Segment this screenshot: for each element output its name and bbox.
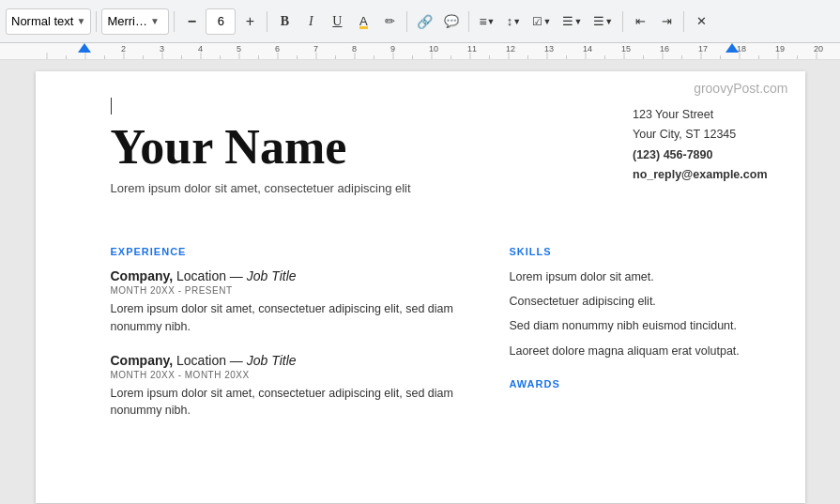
watermark: groovyPost.com [694,81,787,96]
job-2-location: Location — [176,353,247,368]
line-spacing-button[interactable]: ↕ ▼ [501,8,526,35]
resume-body: EXPERIENCE Company, Location — Job Title… [111,246,768,436]
skill-4: Laoreet dolore magna aliquam erat volutp… [510,343,768,359]
skill-1: Lorem ipsum dolor sit amet. [510,268,768,285]
font-arrow-icon: ▼ [150,16,160,26]
style-label: Normal text [11,14,73,28]
skill-3: Sed diam nonummy nibh euismod tincidunt. [510,317,768,334]
skills-section: SKILLS Lorem ipsum dolor sit amet. Conse… [500,246,768,436]
font-color-label: A [359,14,368,28]
numbered-icon: ☰ [593,14,604,28]
divider-4 [406,11,407,32]
link-button[interactable]: 🔗 [412,8,437,35]
divider-1 [96,11,97,32]
comment-button[interactable]: 💬 [439,8,464,35]
contact-line1: 123 Your Street [633,105,768,125]
indent-increase-button[interactable]: ⇥ [654,8,679,35]
style-arrow-icon: ▼ [76,16,85,26]
divider-6 [622,11,623,32]
skills-title: SKILLS [510,246,768,257]
job-2-dates: MONTH 20XX - MONTH 20XX [111,370,472,380]
job-1-location: Location — [176,268,247,283]
skill-2: Consectetuer adipiscing elit. [510,293,768,310]
divider-5 [468,11,469,32]
divider-3 [267,11,267,32]
checklist-icon: ☑ [532,15,542,28]
indent-decrease-button[interactable]: ⇤ [628,8,652,35]
divider-7 [683,11,684,32]
cursor [111,98,112,115]
job-2-desc: Lorem ipsum dolor sit amet, consectetuer… [111,385,472,420]
job-2-company: Company, [111,353,174,368]
font-size-input[interactable] [206,8,236,35]
job-1-title-line: Company, Location — Job Title [111,268,472,283]
job-2-title-line: Company, Location — Job Title [111,353,472,368]
checklist-button[interactable]: ☑ ▼ [527,8,556,35]
document-area[interactable]: groovyPost.com Your Name Lorem ipsum dol… [0,60,840,504]
style-select[interactable]: Normal text ▼ [6,8,91,35]
font-size-decrease-button[interactable]: − [179,8,204,35]
font-size-increase-button[interactable]: + [237,8,262,35]
name-section: Your Name Lorem ipsum dolor sit amet, co… [111,98,411,223]
job-1-dates: MONTH 20XX - PRESENT [111,285,472,296]
contact-block: 123 Your Street Your City, ST 12345 (123… [633,98,768,185]
clear-formatting-button[interactable]: ✕ [689,8,713,35]
toolbar: Normal text ▼ Merri… ▼ − + B I U A ✏ 🔗 💬… [0,0,840,43]
page: groovyPost.com Your Name Lorem ipsum dol… [36,71,805,503]
bullet-icon: ☰ [562,14,573,28]
contact-line2: Your City, ST 12345 [633,125,768,145]
align-button[interactable]: ≡ ▼ [474,8,499,35]
job-1-desc: Lorem ipsum dolor sit amet, consectetuer… [111,300,472,336]
font-select[interactable]: Merri… ▼ [101,8,169,35]
ruler [0,43,840,60]
awards-title: AWARDS [510,378,768,389]
divider-2 [174,11,175,32]
contact-email: no_reply@example.com [633,165,768,185]
italic-button[interactable]: I [298,8,323,35]
tagline: Lorem ipsum dolor sit amet, consectetuer… [111,181,411,195]
align-icon: ≡ [479,14,486,29]
bullet-list-button[interactable]: ☰ ▼ [557,8,587,35]
numbered-list-button[interactable]: ☰ ▼ [588,8,618,35]
job-1: Company, Location — Job Title MONTH 20XX… [111,268,472,336]
name-heading: Your Name [111,120,411,174]
contact-phone: (123) 456-7890 [633,145,768,165]
bold-button[interactable]: B [272,8,297,35]
underline-button[interactable]: U [325,8,349,35]
font-color-button[interactable]: A [351,8,375,35]
experience-title: EXPERIENCE [111,246,472,257]
font-label: Merri… [107,14,147,28]
job-1-role: Job Title [247,268,297,283]
experience-section: EXPERIENCE Company, Location — Job Title… [111,246,472,436]
job-1-company: Company, [111,268,174,283]
highlight-button[interactable]: ✏ [377,8,402,35]
job-2: Company, Location — Job Title MONTH 20XX… [111,353,472,420]
job-2-role: Job Title [247,353,297,368]
